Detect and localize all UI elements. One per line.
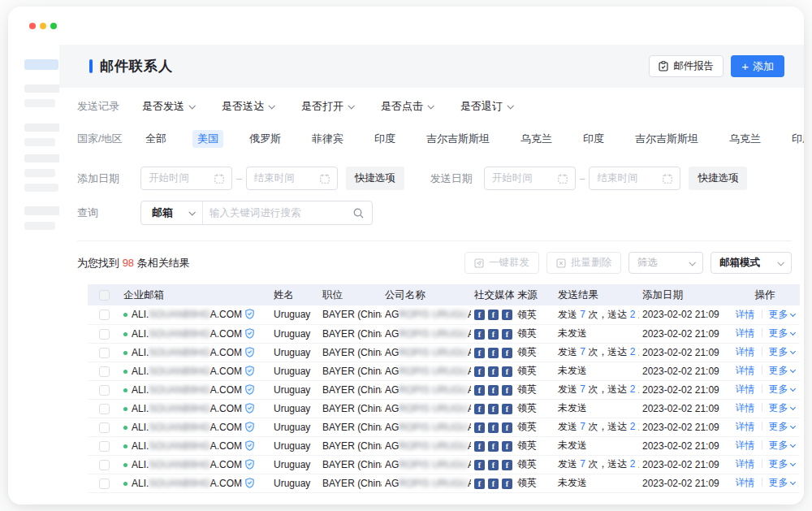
country-option[interactable]: 吉尔吉斯斯坦 (630, 130, 703, 148)
sidebar-skeleton-bar[interactable] (24, 123, 63, 132)
facebook-icon[interactable]: f (488, 441, 499, 452)
facebook-icon[interactable]: f (502, 441, 512, 452)
facebook-icon[interactable]: f (474, 404, 485, 414)
add-date-quick-options-button[interactable]: 快捷选项 (346, 167, 404, 190)
country-option[interactable]: 菲律宾 (307, 130, 348, 148)
minimize-window-icon[interactable] (40, 23, 46, 29)
sidebar-skeleton-bar[interactable] (24, 99, 55, 107)
more-link[interactable]: 更多 (769, 309, 795, 320)
filter-select[interactable]: 筛选 (628, 252, 703, 274)
facebook-icon[interactable]: f (502, 460, 512, 470)
more-link[interactable]: 更多 (769, 477, 795, 488)
filter-dropdown[interactable]: 是否点击 (381, 99, 433, 114)
more-link[interactable]: 更多 (769, 458, 795, 470)
country-option[interactable]: 印度 (578, 130, 609, 148)
detail-link[interactable]: 详情 (736, 421, 755, 432)
sidebar-skeleton-bar[interactable] (24, 169, 55, 177)
facebook-icon[interactable]: f (474, 460, 485, 470)
detail-link[interactable]: 详情 (736, 383, 755, 395)
row-checkbox[interactable] (99, 385, 110, 396)
detail-link[interactable]: 详情 (736, 458, 755, 470)
country-option[interactable]: 乌克兰 (724, 130, 766, 148)
facebook-icon[interactable]: f (502, 310, 512, 320)
send-date-start-input[interactable]: 开始时间 (484, 167, 576, 190)
more-link[interactable]: 更多 (769, 383, 795, 395)
facebook-icon[interactable]: f (474, 422, 485, 433)
facebook-icon[interactable]: f (474, 366, 485, 377)
facebook-icon[interactable]: f (502, 366, 512, 377)
filter-dropdown[interactable]: 是否发送 (142, 99, 194, 114)
sidebar-skeleton-bar[interactable] (24, 154, 62, 162)
facebook-icon[interactable]: f (488, 310, 499, 320)
detail-link[interactable]: 详情 (736, 477, 755, 488)
facebook-icon[interactable]: f (474, 479, 485, 489)
detail-link[interactable]: 详情 (736, 402, 755, 414)
sidebar-skeleton-bar[interactable] (24, 59, 58, 70)
facebook-icon[interactable]: f (488, 460, 499, 470)
close-window-icon[interactable] (29, 23, 36, 29)
facebook-icon[interactable]: f (502, 329, 512, 340)
facebook-icon[interactable]: f (502, 385, 512, 396)
country-option[interactable]: 印度 (369, 130, 400, 148)
bulk-delete-button[interactable]: 批量删除 (546, 252, 621, 274)
row-checkbox[interactable] (99, 348, 110, 358)
country-option[interactable]: 全部 (140, 130, 171, 148)
row-checkbox[interactable] (99, 310, 110, 320)
detail-link[interactable]: 详情 (736, 346, 755, 357)
more-link[interactable]: 更多 (769, 402, 795, 414)
sidebar-skeleton-bar[interactable] (24, 138, 55, 146)
filter-dropdown[interactable]: 是否退订 (460, 99, 512, 114)
facebook-icon[interactable]: f (474, 385, 485, 396)
more-link[interactable]: 更多 (769, 365, 795, 376)
more-link[interactable]: 更多 (769, 346, 795, 357)
select-all-checkbox[interactable] (99, 290, 110, 301)
detail-link[interactable]: 详情 (736, 327, 755, 339)
row-checkbox[interactable] (99, 329, 110, 340)
row-checkbox[interactable] (99, 366, 110, 377)
add-date-end-input[interactable]: 结束时间 (246, 167, 338, 190)
facebook-icon[interactable]: f (502, 422, 512, 433)
search-input[interactable] (203, 207, 353, 219)
search-field-select[interactable]: 邮箱 (141, 201, 203, 224)
more-link[interactable]: 更多 (769, 327, 795, 339)
row-checkbox[interactable] (99, 404, 110, 414)
zoom-window-icon[interactable] (50, 23, 57, 29)
country-option[interactable]: 美国 (192, 130, 223, 148)
facebook-icon[interactable]: f (474, 329, 485, 340)
sidebar-skeleton-bar[interactable] (24, 222, 55, 230)
facebook-icon[interactable]: f (474, 348, 485, 358)
facebook-icon[interactable]: f (488, 329, 499, 340)
add-date-start-input[interactable]: 开始时间 (140, 167, 232, 190)
sidebar-skeleton-bar[interactable] (24, 84, 63, 93)
send-date-quick-options-button[interactable]: 快捷选项 (689, 167, 747, 190)
search-icon[interactable] (353, 208, 364, 219)
facebook-icon[interactable]: f (502, 348, 512, 358)
email-report-button[interactable]: 邮件报告 (649, 55, 723, 77)
sidebar-skeleton-bar[interactable] (24, 206, 63, 215)
detail-link[interactable]: 详情 (736, 309, 755, 320)
facebook-icon[interactable]: f (488, 479, 499, 489)
facebook-icon[interactable]: f (488, 404, 499, 414)
bulk-send-button[interactable]: 一键群发 (464, 252, 539, 274)
add-contact-button[interactable]: + 添加 (731, 55, 784, 77)
detail-link[interactable]: 详情 (736, 365, 755, 376)
mailbox-mode-select[interactable]: 邮箱模式 (710, 252, 792, 274)
filter-dropdown[interactable]: 是否打开 (301, 99, 353, 114)
sidebar-skeleton-bar[interactable] (24, 184, 58, 192)
row-checkbox[interactable] (99, 460, 110, 470)
row-checkbox[interactable] (99, 422, 110, 433)
facebook-icon[interactable]: f (488, 422, 499, 433)
send-date-end-input[interactable]: 结束时间 (589, 167, 680, 190)
row-checkbox[interactable] (99, 479, 110, 489)
country-option[interactable]: 俄罗斯 (244, 130, 286, 148)
more-link[interactable]: 更多 (769, 440, 795, 451)
country-option[interactable]: 乌克兰 (516, 130, 557, 148)
facebook-icon[interactable]: f (502, 404, 512, 414)
facebook-icon[interactable]: f (488, 385, 499, 396)
country-option[interactable]: 印度 (787, 130, 804, 148)
detail-link[interactable]: 详情 (736, 440, 755, 451)
row-checkbox[interactable] (99, 441, 110, 452)
facebook-icon[interactable]: f (474, 441, 485, 452)
country-option[interactable]: 吉尔吉斯斯坦 (421, 130, 495, 148)
filter-dropdown[interactable]: 是否送达 (222, 99, 274, 114)
